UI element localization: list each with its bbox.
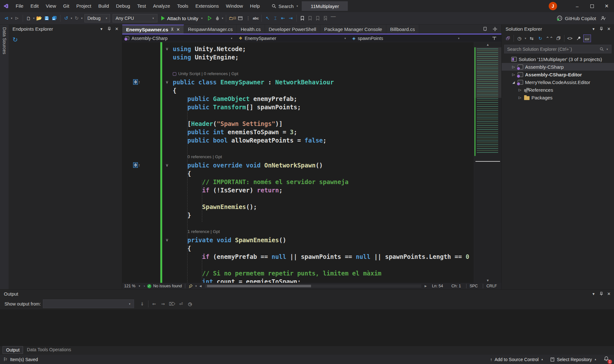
attach-dropdown-icon[interactable]: ▾ xyxy=(201,17,203,20)
data-sources-tab[interactable]: Data Sources xyxy=(2,25,7,54)
properties-icon[interactable] xyxy=(575,35,582,42)
save-all-icon[interactable] xyxy=(51,14,58,22)
expand-arrow-icon[interactable]: ▷ xyxy=(518,88,522,92)
close-icon[interactable]: ✕ xyxy=(606,291,612,297)
tree-item-references[interactable]: ▷References xyxy=(502,86,614,94)
timestamp-icon[interactable]: ◷ xyxy=(186,300,194,308)
redo-icon[interactable]: ↻ xyxy=(73,14,81,22)
close-icon[interactable]: ✕ xyxy=(606,26,612,32)
close-icon[interactable]: ✕ xyxy=(176,27,180,32)
window-position-icon[interactable]: ▾ xyxy=(590,26,597,32)
tab-Package Manager Console[interactable]: Package Manager Console xyxy=(320,25,386,34)
collapse-all-icon[interactable]: ⌃⌃ xyxy=(545,35,554,42)
code-line[interactable] xyxy=(122,194,474,203)
collapse-chevron-icon[interactable]: ∨ xyxy=(164,161,170,169)
tree-item-solution-11multiplayer-3-of-3-projects-[interactable]: Solution '11Multiplayer' (3 of 3 project… xyxy=(502,55,614,63)
goto-message-icon[interactable]: ⇓ xyxy=(139,300,146,308)
unity-message-icon[interactable]: O↑ xyxy=(133,162,140,168)
code-line[interactable]: ∨using Unity.Netcode; xyxy=(122,45,474,53)
tab-Billboard.cs[interactable]: Billboard.cs xyxy=(386,25,419,34)
code-line[interactable] xyxy=(122,61,474,70)
navigate-forward-icon[interactable]: ⊳ xyxy=(13,14,21,22)
solution-search-input[interactable]: Search Solution Explorer (Ctrl+`) ▾ xyxy=(504,45,611,53)
search-control[interactable]: Search ▾ xyxy=(272,4,299,9)
find-in-files-icon[interactable]: 🗀⌑ xyxy=(228,14,237,22)
toolbar-overflow-icon[interactable]: ▔▔ xyxy=(329,14,337,22)
solution-platform-select[interactable]: Any CPU▾ xyxy=(113,14,157,22)
menu-file[interactable]: File xyxy=(12,0,27,12)
minimap-scrollbar[interactable]: ▲ ▼ xyxy=(474,42,501,283)
previous-message-icon[interactable]: ⇐ xyxy=(150,300,158,308)
scroll-up-icon[interactable]: ▲ xyxy=(474,43,501,46)
send-feedback-icon[interactable] xyxy=(599,14,607,22)
collapse-chevron-icon[interactable]: ∨ xyxy=(164,78,170,86)
expand-arrow-icon[interactable]: ▷ xyxy=(511,73,516,77)
codelens-links[interactable]: 1 reference | Gpt xyxy=(187,228,220,236)
code-editor[interactable]: ∨using Unity.Netcode;using UnityEngine;U… xyxy=(122,42,501,283)
code-line[interactable]: } xyxy=(122,211,474,219)
code-line[interactable]: using UnityEngine; xyxy=(122,53,474,61)
refresh-icon[interactable]: ↻ xyxy=(537,35,544,42)
select-repository-button[interactable]: Select Repository ▲ xyxy=(550,357,597,362)
hot-reload-icon[interactable] xyxy=(213,14,221,22)
open-file-icon[interactable]: 📂 xyxy=(35,14,43,22)
pending-changes-filter-icon[interactable]: ◷ xyxy=(515,35,523,42)
menu-analyze[interactable]: Analyze xyxy=(149,0,173,12)
next-message-icon[interactable]: ⇒ xyxy=(159,300,167,308)
output-tab-data-tools-operations[interactable]: Data Tools Operations xyxy=(24,346,74,353)
view-code-icon[interactable]: <> xyxy=(566,35,574,42)
select-pointer-icon[interactable]: ↖ xyxy=(264,14,271,22)
active-files-list-icon[interactable] xyxy=(482,25,489,33)
code-cleanup-icon[interactable] xyxy=(188,284,193,288)
pin-icon[interactable]: ⊼ xyxy=(171,27,174,32)
close-button[interactable]: ✕ xyxy=(599,0,614,12)
toolbar-options-icon[interactable]: ᎒ xyxy=(244,14,252,22)
codelens-links[interactable]: Unity Script | 0 references | Gpt xyxy=(173,70,238,78)
code-line[interactable]: SpawnEnemies(); xyxy=(122,203,474,211)
collapse-chevron-icon[interactable]: ∨ xyxy=(164,45,170,53)
code-line[interactable] xyxy=(122,111,474,120)
close-icon[interactable]: ✕ xyxy=(114,26,120,32)
code-line[interactable]: // IMPORTANT: només el servidor spawneja xyxy=(122,178,474,186)
indent-decrease-icon[interactable]: ⇤ xyxy=(279,14,287,22)
line-ending-indicator[interactable]: CRLF xyxy=(483,284,500,288)
filter-dropdown-icon[interactable]: ▾ xyxy=(524,37,527,40)
restore-button[interactable] xyxy=(585,0,599,12)
tab-EnemySpawner.cs[interactable]: EnemySpawner.cs⊼✕ xyxy=(122,25,184,34)
menu-project[interactable]: Project xyxy=(73,0,95,12)
toggle-bookmark-icon[interactable] xyxy=(299,14,306,22)
navigate-back-icon[interactable]: ⊲ xyxy=(3,14,10,22)
tab-settings-gear-icon[interactable] xyxy=(491,25,499,33)
pin-icon[interactable] xyxy=(598,26,604,32)
menu-git[interactable]: Git xyxy=(60,0,73,12)
toggle-word-wrap-icon[interactable]: ⏎ xyxy=(177,300,185,308)
attach-to-unity-button[interactable]: Attach to Unity ▾ xyxy=(159,14,206,23)
window-layout-icon[interactable] xyxy=(236,14,244,22)
clear-all-icon[interactable]: ⌦ xyxy=(168,300,176,308)
navigate-back-dropdown-icon[interactable]: ▾ xyxy=(10,17,13,20)
code-cleanup-dropdown-icon[interactable]: ▾ xyxy=(195,284,197,288)
solution-configuration-select[interactable]: Debug▾ xyxy=(84,14,110,22)
window-position-icon[interactable]: ▾ xyxy=(590,291,597,297)
window-position-icon[interactable]: ▾ xyxy=(98,26,105,32)
start-without-debugging-icon[interactable] xyxy=(206,14,213,22)
line-indicator[interactable]: Ln: 54 xyxy=(429,284,446,288)
code-line[interactable] xyxy=(122,144,474,153)
menu-view[interactable]: View xyxy=(42,0,60,12)
scrollbar-thumb[interactable] xyxy=(207,285,311,287)
copilot-status-icon[interactable]: ◔ xyxy=(143,284,145,289)
redo-dropdown-icon[interactable]: ▾ xyxy=(81,17,84,20)
sync-with-active-document-icon[interactable]: ⇆ xyxy=(528,35,536,42)
spaces-indicator[interactable]: SPC xyxy=(466,284,481,288)
tab-RespawnManager.cs[interactable]: RespawnManager.cs xyxy=(184,25,237,34)
previous-bookmark-icon[interactable] xyxy=(306,14,314,22)
undo-dropdown-icon[interactable]: ▾ xyxy=(70,17,73,20)
hot-reload-dropdown-icon[interactable]: ▾ xyxy=(221,17,224,20)
horizontal-scrollbar[interactable] xyxy=(205,284,421,288)
code-line[interactable]: { xyxy=(122,86,474,95)
codelens-line[interactable]: Unity Script | 0 references | Gpt xyxy=(122,70,474,78)
switch-views-icon[interactable]: 🗗 xyxy=(504,35,512,42)
tree-item-assembly-csharp-editor[interactable]: ▷Assembly-CSharp-Editor xyxy=(502,71,614,78)
refresh-icon[interactable]: ↻ xyxy=(12,36,18,43)
code-line[interactable]: public bool allowRepeatPoints = false; xyxy=(122,136,474,144)
